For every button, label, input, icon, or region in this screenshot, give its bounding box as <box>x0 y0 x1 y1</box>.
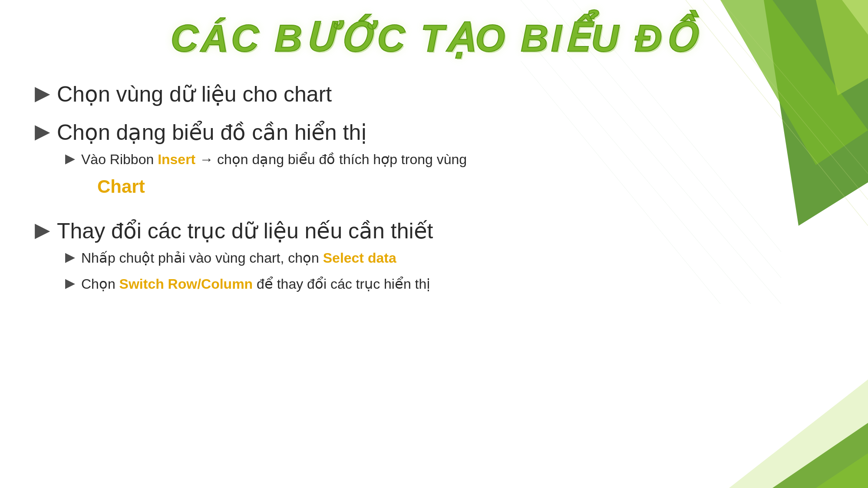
svg-marker-7 <box>772 423 868 488</box>
bullet-arrow-2 <box>35 121 50 141</box>
bullet-arrow-1 <box>35 83 50 103</box>
sub-bullet-text-3-2: Chọn Switch Row/Column để thay đổi các t… <box>81 274 430 294</box>
sub-bullet-keyword-2-1: Insert <box>158 152 195 167</box>
sub-bullet-suffix-3-2: để thay đổi các trục hiển thị <box>253 276 430 292</box>
sub-bullet-prefix-2-1: Vào Ribbon <box>81 152 158 167</box>
sub-bullet-arrow-2-1 <box>65 150 75 167</box>
sub-bullet-prefix-3-2: Chọn <box>81 276 119 292</box>
svg-marker-8 <box>816 453 868 488</box>
bullet-arrow-3 <box>35 220 50 240</box>
sub-bullet-keyword-3-2: Switch Row/Column <box>119 276 253 292</box>
sub-bullet-text-2-1: Vào Ribbon Insert → chọn dạng biểu đồ th… <box>81 150 467 169</box>
sub-bullet-list-3: Nhấp chuột phải vào vùng chart, chọn Sel… <box>65 248 430 301</box>
bullet-item-3: Thay đổi các trục dữ liệu nếu cần thiết … <box>35 218 833 306</box>
sub-bullet-arrow-3-1 <box>65 248 75 265</box>
bullet-item-2: Chọn dạng biểu đồ cần hiển thị Vào Ribbo… <box>35 119 833 206</box>
sub-bullet-suffix-2-1: → chọn dạng biểu đồ thích hợp trong vùng <box>195 152 467 167</box>
svg-marker-9 <box>729 379 868 488</box>
bullet-text-3: Thay đổi các trục dữ liệu nếu cần thiết <box>57 218 433 244</box>
sub-bullet-prefix-3-1: Nhấp chuột phải vào vùng chart, chọn <box>81 250 323 266</box>
chart-label: Chart <box>97 176 145 197</box>
bullet-list: Chọn vùng dữ liệu cho chart Chọn dạng bi… <box>35 81 833 305</box>
sub-bullet-keyword-3-1: Select data <box>323 250 396 266</box>
sub-bullet-arrow-3-2 <box>65 274 75 291</box>
sub-bullet-text-3-1: Nhấp chuột phải vào vùng chart, chọn Sel… <box>81 248 396 268</box>
sub-bullet-item-2-1: Vào Ribbon Insert → chọn dạng biểu đồ th… <box>65 150 467 169</box>
sub-bullet-item-3-1: Nhấp chuột phải vào vùng chart, chọn Sel… <box>65 248 430 268</box>
sub-bullet-item-3-2: Chọn Switch Row/Column để thay đổi các t… <box>65 274 430 294</box>
bullet-text-2: Chọn dạng biểu đồ cần hiển thị <box>57 119 367 145</box>
title-area: CÁC BƯỚC TẠO BIỂU ĐỒ <box>35 13 833 59</box>
slide-title: CÁC BƯỚC TẠO BIỂU ĐỒ <box>35 17 833 59</box>
bullet-text-1: Chọn vùng dữ liệu cho chart <box>57 81 332 107</box>
sub-bullet-list-2: Vào Ribbon Insert → chọn dạng biểu đồ th… <box>65 150 467 176</box>
bullet-item-1: Chọn vùng dữ liệu cho chart <box>35 81 833 107</box>
